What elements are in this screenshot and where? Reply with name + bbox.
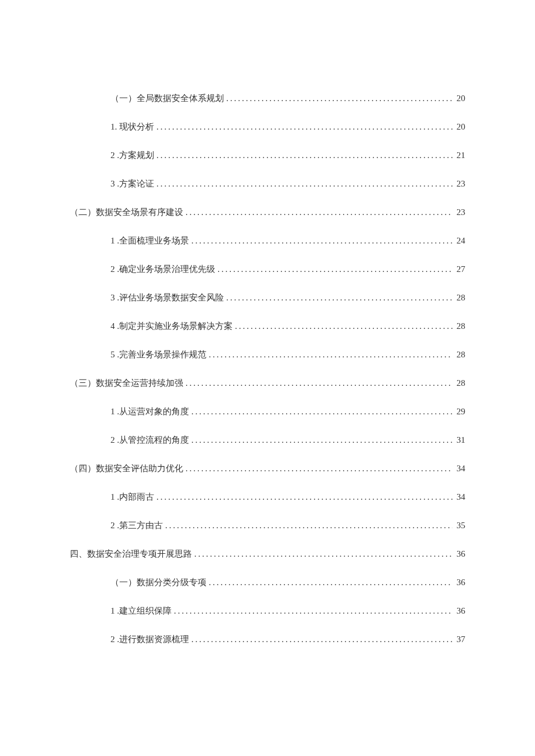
toc-entry-text: （二）数据安全场景有序建设 xyxy=(70,207,183,218)
toc-entry-page: 35 xyxy=(452,521,465,531)
toc-leader xyxy=(206,578,452,587)
toc-entry: 2 .第三方由古 35 xyxy=(70,520,465,531)
toc-entry-page: 21 xyxy=(452,151,465,160)
toc-entry: （一）全局数据安全体系规划 20 xyxy=(70,93,465,104)
toc-leader xyxy=(154,151,452,160)
toc-entry-text: 1. 现状分析 xyxy=(110,121,154,132)
toc-leader xyxy=(192,549,452,559)
toc-entry-page: 20 xyxy=(452,94,465,103)
toc-entry-page: 28 xyxy=(452,378,465,388)
toc-entry-text: 2 .确定业务场景治理优先级 xyxy=(110,264,215,275)
toc-entry-page: 34 xyxy=(452,464,465,474)
toc-entry-text: （四）数据安全评估助力优化 xyxy=(70,463,183,474)
toc-entry: （一）数据分类分级专项 36 xyxy=(70,577,465,588)
toc-entry: 1 .全面梳理业务场景 24 xyxy=(70,235,465,246)
toc-entry: （二）数据安全场景有序建设 23 xyxy=(70,207,465,218)
toc-entry-page: 36 xyxy=(452,606,465,616)
toc-leader xyxy=(189,236,452,246)
toc-entry-page: 36 xyxy=(452,578,465,587)
toc-entry: 1 .内部雨古 34 xyxy=(70,492,465,503)
toc-entry: 1 .建立组织保障 36 xyxy=(70,605,465,617)
toc-entry: 2 .方案规划 21 xyxy=(70,150,465,161)
toc-entry-text: 1 .建立组织保障 xyxy=(110,605,172,617)
toc-leader xyxy=(233,321,452,331)
toc-entry-text: 2 .第三方由古 xyxy=(110,520,163,531)
toc-entry-page: 37 xyxy=(452,635,465,644)
toc-entry-text: 5 .完善业务场景操作规范 xyxy=(110,349,206,360)
toc-entry: 2 .进行数据资源梳理 37 xyxy=(70,634,465,645)
toc-entry-page: 27 xyxy=(452,264,465,274)
toc-entry: （四）数据安全评估助力优化 34 xyxy=(70,463,465,474)
toc-entry-text: 1 .全面梳理业务场景 xyxy=(110,235,189,246)
toc-entry-text: 2 .方案规划 xyxy=(110,150,154,161)
toc-entry-page: 28 xyxy=(452,293,465,303)
toc-entry-page: 36 xyxy=(452,549,465,559)
toc-entry-text: 2 .从管控流程的角度 xyxy=(110,435,189,446)
toc-leader xyxy=(183,464,452,474)
toc-leader xyxy=(183,378,452,388)
toc-entry-page: 29 xyxy=(452,407,465,417)
toc-entry-text: 1 .内部雨古 xyxy=(110,492,154,503)
toc-leader xyxy=(154,492,452,502)
toc-entry-page: 28 xyxy=(452,321,465,331)
toc-entry-text: 3 .方案论证 xyxy=(110,178,154,189)
toc-entry: 1 .从运营对象的角度 29 xyxy=(70,406,465,417)
toc-entry-text: 四、数据安全治理专项开展思路 xyxy=(70,549,192,560)
toc-entry-text: （三）数据安全运营持续加强 xyxy=(70,378,183,389)
toc-entry: 4 .制定并实施业务场景解决方案 28 xyxy=(70,321,465,332)
toc-entry: 2 .从管控流程的角度 31 xyxy=(70,435,465,446)
toc-entry-page: 28 xyxy=(452,350,465,360)
toc-leader xyxy=(183,207,452,217)
toc-entry: 四、数据安全治理专项开展思路 36 xyxy=(70,549,465,560)
toc-leader xyxy=(189,435,452,445)
toc-entry-page: 31 xyxy=(452,435,465,445)
table-of-contents: （一）全局数据安全体系规划 20 1. 现状分析 20 2 .方案规划 21 3… xyxy=(70,93,465,645)
toc-leader xyxy=(224,293,452,303)
toc-entry: 3 .评估业务场景数据安全风险 28 xyxy=(70,292,465,303)
toc-entry: 3 .方案论证 23 xyxy=(70,178,465,189)
toc-entry-text: 4 .制定并实施业务场景解决方案 xyxy=(110,321,233,332)
toc-entry: 2 .确定业务场景治理优先级 27 xyxy=(70,264,465,275)
toc-entry-text: 2 .进行数据资源梳理 xyxy=(110,634,189,645)
toc-entry-page: 23 xyxy=(452,207,465,217)
toc-leader xyxy=(154,122,452,132)
toc-leader xyxy=(189,635,452,644)
toc-entry-text: （一）全局数据安全体系规划 xyxy=(110,93,224,104)
toc-entry-text: （一）数据分类分级专项 xyxy=(110,577,206,588)
toc-leader xyxy=(215,264,452,274)
toc-entry-text: 3 .评估业务场景数据安全风险 xyxy=(110,292,224,303)
toc-entry-page: 34 xyxy=(452,492,465,502)
toc-leader xyxy=(224,94,452,103)
toc-leader xyxy=(172,606,452,616)
toc-leader xyxy=(206,350,452,360)
toc-leader xyxy=(163,521,452,531)
toc-entry: 1. 现状分析 20 xyxy=(70,121,465,132)
toc-entry: （三）数据安全运营持续加强 28 xyxy=(70,378,465,389)
toc-entry-page: 20 xyxy=(452,122,465,132)
toc-entry: 5 .完善业务场景操作规范 28 xyxy=(70,349,465,360)
toc-leader xyxy=(189,407,452,417)
toc-entry-text: 1 .从运营对象的角度 xyxy=(110,406,189,417)
toc-entry-page: 23 xyxy=(452,179,465,189)
toc-leader xyxy=(154,179,452,189)
toc-entry-page: 24 xyxy=(452,236,465,246)
